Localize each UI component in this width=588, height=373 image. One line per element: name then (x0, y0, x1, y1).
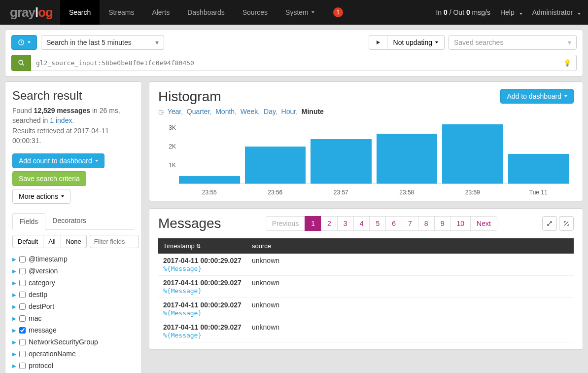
interval-link[interactable]: Year (168, 108, 181, 115)
message-row[interactable]: 2017-04-11 00:00:29.027%{Message}unknown (158, 298, 574, 320)
field-item[interactable]: ▶category (12, 277, 135, 289)
nav-admin[interactable]: Administrator (532, 8, 581, 16)
brand-logo[interactable]: graylog (10, 5, 53, 20)
play-button[interactable] (369, 35, 387, 50)
histogram-chart[interactable]: 3K2K1K 23:5523:5623:5723:5823:59Tue 11 (158, 122, 574, 194)
caret-right-icon[interactable]: ▶ (12, 280, 16, 286)
caret-right-icon[interactable]: ▶ (12, 328, 16, 333)
field-checkbox[interactable] (19, 363, 26, 369)
field-item[interactable]: ▶destPort (12, 300, 135, 312)
nav-system[interactable]: System (277, 0, 323, 25)
message-row[interactable]: 2017-04-11 00:00:29.027%{Message}unknown (158, 254, 574, 276)
time-range-select[interactable]: Search in the last 5 minutes▾ (41, 35, 164, 50)
page-number[interactable]: 9 (434, 216, 451, 231)
field-checkbox[interactable] (19, 339, 26, 345)
page-number[interactable]: 8 (418, 216, 435, 231)
page-number[interactable]: 2 (321, 216, 338, 231)
field-item[interactable]: ▶destIp (12, 289, 135, 300)
field-item[interactable]: ▶protocol (12, 360, 135, 372)
msg-body-link[interactable]: %{Message} (163, 332, 202, 339)
add-to-dashboard-button[interactable]: Add to dashboard (500, 89, 574, 104)
histogram-bar[interactable] (377, 134, 438, 184)
save-search-button[interactable]: Save search criteria (12, 171, 86, 186)
interval-link[interactable]: Quarter (187, 108, 210, 115)
field-name: destPort (29, 302, 54, 310)
caret-right-icon[interactable]: ▶ (12, 292, 16, 298)
field-item[interactable]: ▶message (12, 324, 135, 336)
histogram-bar[interactable] (311, 139, 372, 184)
navbar: graylog Search Streams Alerts Dashboards… (0, 0, 588, 25)
nav-search[interactable]: Search (60, 0, 100, 25)
caret-right-icon[interactable]: ▶ (12, 257, 16, 262)
nav-sources[interactable]: Sources (234, 0, 277, 25)
fields-none-button[interactable]: None (61, 235, 87, 248)
message-row[interactable]: 2017-04-11 00:00:29.027%{Message}unknown (158, 276, 574, 298)
interval-active[interactable]: Minute (302, 108, 324, 115)
field-item[interactable]: ▶mac (12, 312, 135, 324)
field-item[interactable]: ▶NetworkSecurityGroup (12, 336, 135, 348)
expand-button[interactable] (542, 216, 557, 231)
tab-fields[interactable]: Fields (12, 213, 45, 230)
update-interval-button[interactable]: Not updating (387, 35, 445, 50)
histogram-bar[interactable] (245, 147, 306, 184)
collapse-button[interactable] (559, 216, 574, 231)
field-checkbox[interactable] (19, 292, 26, 298)
caret-right-icon[interactable]: ▶ (12, 316, 16, 321)
field-checkbox[interactable] (19, 351, 26, 357)
page-number[interactable]: 4 (353, 216, 370, 231)
caret-right-icon[interactable]: ▶ (12, 363, 16, 369)
fields-default-button[interactable]: Default (12, 235, 43, 248)
field-item[interactable]: ▶@version (12, 265, 135, 277)
page-number[interactable]: 6 (385, 216, 402, 231)
query-input[interactable]: gl2_source_input:58be0be8f0e1fc0e94f8045… (31, 55, 577, 71)
page-number[interactable]: 1 (305, 216, 321, 231)
saved-searches-select[interactable]: Saved searches▾ (449, 35, 577, 50)
page-number[interactable]: 10 (450, 216, 471, 231)
caret-right-icon[interactable]: ▶ (12, 339, 16, 345)
message-row[interactable]: 2017-04-11 00:00:29.027%{Message}unknown (158, 320, 574, 342)
nav-dashboards[interactable]: Dashboards (178, 0, 234, 25)
field-checkbox[interactable] (19, 256, 26, 262)
msg-body-link[interactable]: %{Message} (163, 287, 202, 295)
caret-right-icon[interactable]: ▶ (12, 304, 16, 309)
histogram-bar[interactable] (442, 124, 503, 184)
time-config-button[interactable] (11, 35, 37, 50)
field-checkbox[interactable] (19, 303, 26, 310)
page-number[interactable]: 3 (337, 216, 354, 231)
col-source[interactable]: source (247, 238, 574, 254)
field-item[interactable]: ▶@timestamp (12, 253, 135, 265)
filter-fields-input[interactable] (90, 235, 139, 248)
page-number[interactable]: 5 (369, 216, 386, 231)
tab-decorators[interactable]: Decorators (45, 213, 93, 229)
interval-link[interactable]: Month (215, 108, 235, 115)
msg-body-link[interactable]: %{Message} (163, 309, 202, 317)
field-checkbox[interactable] (19, 315, 26, 322)
run-search-button[interactable] (11, 55, 31, 71)
field-checkbox[interactable] (19, 327, 26, 334)
add-count-button[interactable]: Add count to dashboard (12, 153, 104, 168)
msg-body-link[interactable]: %{Message} (163, 265, 202, 272)
field-item[interactable]: ▶operationName (12, 348, 135, 360)
histogram-bar[interactable] (179, 176, 240, 184)
caret-right-icon[interactable]: ▶ (12, 351, 16, 357)
field-checkbox[interactable] (19, 268, 26, 274)
nav-streams[interactable]: Streams (100, 0, 143, 25)
page-number[interactable]: 7 (402, 216, 418, 231)
nav-help[interactable]: Help (500, 8, 522, 16)
caret-right-icon[interactable]: ▶ (12, 268, 16, 274)
index-link[interactable]: 1 index (50, 116, 72, 124)
more-actions-button[interactable]: More actions (12, 189, 70, 204)
page-prev[interactable]: Previous (266, 216, 305, 231)
fields-all-button[interactable]: All (43, 235, 61, 248)
col-timestamp[interactable]: Timestamp ⇅ (158, 238, 247, 254)
interval-link[interactable]: Hour (281, 108, 296, 115)
interval-link[interactable]: Week (241, 108, 258, 115)
page-next[interactable]: Next (470, 216, 497, 231)
interval-link[interactable]: Day (264, 108, 276, 115)
lightbulb-icon[interactable]: 💡 (563, 59, 571, 67)
nav-alerts[interactable]: Alerts (143, 0, 178, 25)
nav-notifications[interactable]: 1 (323, 0, 352, 25)
field-list[interactable]: ▶@timestamp▶@version▶category▶destIp▶des… (12, 253, 135, 372)
field-checkbox[interactable] (19, 280, 26, 286)
histogram-bar[interactable] (508, 154, 569, 184)
